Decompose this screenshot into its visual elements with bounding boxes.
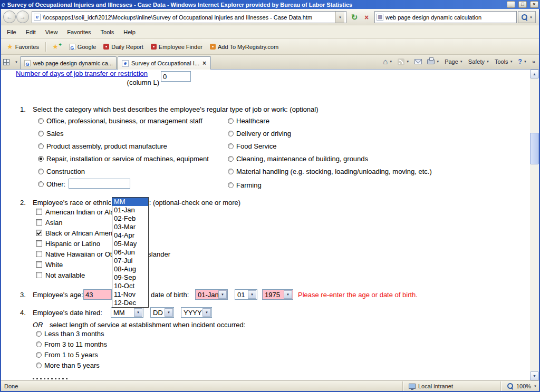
q4-day-select[interactable]: DD ▼ xyxy=(150,307,174,318)
q2-checkbox-black-checked[interactable] xyxy=(36,230,42,236)
select-arrow-icon[interactable]: ▼ xyxy=(202,308,211,317)
quick-tabs-button[interactable] xyxy=(2,57,11,67)
close-button[interactable]: × xyxy=(530,1,538,8)
tab-list-button[interactable]: ▼ xyxy=(13,57,20,67)
month-option[interactable]: 11-Nov xyxy=(112,290,148,299)
q2-checkbox-not-available[interactable] xyxy=(36,272,42,278)
q1-radio-product-assembly[interactable] xyxy=(38,143,44,149)
select-arrow-icon[interactable]: ▼ xyxy=(248,290,256,299)
q3-dob-month-select[interactable]: 01-Jan ▼ xyxy=(195,289,228,300)
q1-other-input[interactable] xyxy=(69,179,130,189)
q1-radio-material-handling[interactable] xyxy=(228,169,234,174)
tab-survey-active[interactable]: e Survey of Occupational I... × xyxy=(118,56,211,70)
menu-tools[interactable]: Tools xyxy=(96,27,119,37)
q4-radio-less-3-months[interactable] xyxy=(36,331,42,337)
month-option[interactable]: 01-Jan xyxy=(112,206,148,214)
help-button[interactable]: ? ▼ xyxy=(516,55,529,68)
read-mail-button[interactable] xyxy=(412,55,425,68)
menu-help[interactable]: Help xyxy=(119,27,140,37)
q1-radio-cleaning[interactable] xyxy=(228,156,234,162)
scroll-down-button[interactable]: ▼ xyxy=(530,371,539,380)
address-url: \\ocspapps1\soii_idcf\2012\Mockups\inlin… xyxy=(43,14,333,21)
q1-radio-construction[interactable] xyxy=(38,169,44,174)
q1-radio-delivery[interactable] xyxy=(228,131,234,136)
safety-menu-button[interactable]: Safety ▼ xyxy=(466,55,492,68)
zoom-control[interactable]: 100% ▼ xyxy=(504,381,540,391)
vertical-scrollbar[interactable]: ▲ ▼ xyxy=(530,70,539,380)
q2-checkbox-native-hawaiian[interactable] xyxy=(36,251,42,257)
q1-radio-sales[interactable] xyxy=(38,131,44,136)
employee-finder-icon xyxy=(151,44,157,50)
menu-favorites[interactable]: Favorites xyxy=(62,27,95,37)
favorites-button[interactable]: ★ Favorites xyxy=(3,41,43,52)
menu-view[interactable]: View xyxy=(41,27,63,37)
job-transfer-days-input[interactable] xyxy=(161,71,191,82)
month-option[interactable]: 12-Dec xyxy=(112,299,148,307)
address-dropdown-button[interactable]: ▼ xyxy=(335,12,344,23)
select-arrow-icon[interactable]: ▼ xyxy=(284,290,292,299)
q4-radio-more-5-years[interactable] xyxy=(36,362,42,368)
q4-year-select[interactable]: YYYY ▼ xyxy=(181,307,212,318)
month-option[interactable]: 09-Sep xyxy=(112,273,148,282)
scrollbar-thumb[interactable] xyxy=(530,133,539,164)
search-input[interactable]: ▤ web page design dynamic calculation xyxy=(374,11,517,23)
favorites-link-google[interactable]: Google xyxy=(65,42,100,52)
scroll-up-button[interactable]: ▲ xyxy=(530,70,539,79)
q3-dob-day-select[interactable]: 01 ▼ xyxy=(235,289,257,300)
month-option[interactable]: 03-Mar xyxy=(112,223,148,231)
print-button[interactable]: ▼ xyxy=(425,55,442,68)
month-option[interactable]: 07-Jul xyxy=(112,257,148,265)
q1-radio-farming[interactable] xyxy=(228,182,234,188)
month-option[interactable]: 10-Oct xyxy=(112,282,148,290)
q1-radio-repair-selected[interactable] xyxy=(38,156,44,162)
menu-edit[interactable]: Edit xyxy=(21,27,41,37)
feeds-button[interactable]: ▼ xyxy=(395,55,412,68)
q4-month-select[interactable]: MM ▼ xyxy=(111,307,143,318)
q3-age-input[interactable] xyxy=(83,289,112,300)
favorites-link-daily-report[interactable]: Daily Report xyxy=(100,42,147,52)
forward-button[interactable]: → xyxy=(16,11,29,23)
job-transfer-link[interactable]: Number of days of job transfer or restri… xyxy=(16,70,148,77)
q1-radio-other[interactable] xyxy=(38,181,44,187)
q2-checkbox-asian[interactable] xyxy=(36,219,42,226)
address-field[interactable]: e \\ocspapps1\soii_idcf\2012\Mockups\inl… xyxy=(32,11,346,23)
q2-checkbox-american-indian[interactable] xyxy=(36,209,42,215)
q1-radio-office[interactable] xyxy=(38,118,44,124)
q4-radio-3-to-11-months[interactable] xyxy=(36,341,42,347)
q3-dob-year-select[interactable]: 1975 ▼ xyxy=(262,289,293,300)
q4-radio-1-to-5-years[interactable] xyxy=(36,352,42,358)
month-option[interactable]: 05-May xyxy=(112,240,148,248)
tools-menu-button[interactable]: Tools ▼ xyxy=(492,55,516,68)
maximize-button[interactable]: □ xyxy=(518,1,527,8)
page-menu-button[interactable]: Page ▼ xyxy=(442,55,466,68)
select-arrow-icon[interactable]: ▼ xyxy=(134,308,142,317)
q1-radio-healthcare[interactable] xyxy=(228,118,234,124)
month-option[interactable]: 02-Feb xyxy=(112,214,148,223)
tab-web-page-design[interactable]: web page design dynamic ca... xyxy=(20,56,117,69)
toolbar-overflow-button[interactable]: » xyxy=(529,55,538,68)
favorites-link-label: Employee Finder xyxy=(159,44,202,50)
menu-bar: File Edit View Favorites Tools Help xyxy=(0,25,540,39)
month-option[interactable]: MM xyxy=(112,198,148,206)
q2-checkbox-hispanic[interactable] xyxy=(36,240,42,247)
favorites-link-myregistry[interactable]: Add To MyRegistry.com xyxy=(206,42,282,52)
q2-checkbox-white[interactable] xyxy=(36,261,42,268)
search-button[interactable]: ▼ xyxy=(518,11,536,23)
select-arrow-icon[interactable]: ▼ xyxy=(165,308,173,317)
select-arrow-icon[interactable]: ▼ xyxy=(218,290,227,299)
stop-button[interactable]: × xyxy=(361,11,372,23)
menu-file[interactable]: File xyxy=(2,27,21,37)
month-option[interactable]: 04-Apr xyxy=(112,231,148,240)
refresh-button[interactable]: ↻ xyxy=(349,11,360,23)
add-to-favorites-bar-button[interactable]: ★ + xyxy=(49,41,65,52)
stop-icon: × xyxy=(364,13,369,22)
tab-close-icon[interactable]: × xyxy=(202,60,207,67)
back-button[interactable]: ← xyxy=(3,11,16,23)
q1-radio-food-service[interactable] xyxy=(228,143,234,149)
month-option[interactable]: 06-Jun xyxy=(112,248,148,257)
month-option[interactable]: 08-Aug xyxy=(112,265,148,273)
favorites-bar: ★ Favorites ★ + Google Daily Report Empl… xyxy=(0,39,540,55)
favorites-link-employee-finder[interactable]: Employee Finder xyxy=(147,42,206,52)
home-button[interactable]: ⌂ ▼ xyxy=(380,55,395,68)
minimize-button[interactable]: _ xyxy=(507,1,515,8)
